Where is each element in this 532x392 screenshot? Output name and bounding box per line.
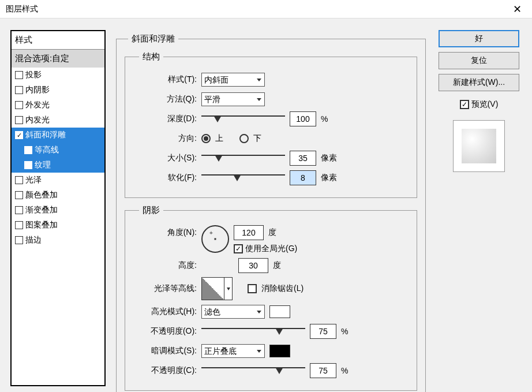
style-item-checkbox[interactable] (24, 161, 32, 169)
style-item-11[interactable]: 描边 (12, 233, 104, 248)
highlight-opacity-slider[interactable] (201, 328, 305, 339)
shadow-opacity-label: 不透明度(C): (133, 365, 197, 376)
highlight-color-swatch[interactable] (269, 305, 290, 318)
preview-checkbox[interactable] (460, 100, 469, 109)
style-item-5[interactable]: 等高线 (12, 143, 104, 158)
style-item-9[interactable]: 渐变叠加 (12, 203, 104, 218)
angle-label: 角度(N): (133, 225, 197, 238)
angle-dial[interactable]: + (201, 225, 229, 253)
style-item-label: 内发光 (25, 115, 50, 125)
shading-fieldset: 阴影 角度(N): + 度 使用全局光(G) (125, 205, 417, 391)
style-item-label: 外发光 (25, 100, 50, 110)
ok-button[interactable]: 好 (439, 30, 519, 47)
shadow-mode-select[interactable]: 正片叠底 (201, 344, 265, 358)
structure-fieldset: 结构 样式(T): 内斜面 方法(Q): 平滑 深度(D): % 方向: (125, 51, 417, 198)
styles-list: 样式 混合选项:自定 投影内阴影外发光内发光斜面和浮雕等高线纹理光泽颜色叠加渐变… (10, 30, 106, 386)
style-item-checkbox[interactable] (15, 86, 23, 94)
direction-down-radio[interactable] (239, 134, 249, 143)
style-item-checkbox[interactable] (15, 116, 23, 124)
structure-legend: 结构 (139, 51, 163, 62)
style-item-0[interactable]: 投影 (12, 68, 104, 83)
style-item-label: 投影 (25, 70, 42, 80)
right-panel: 好 复位 新建样式(W)... 预览(V) (436, 30, 522, 386)
global-light-label: 使用全局光(G) (245, 244, 297, 254)
shadow-opacity-input[interactable] (310, 363, 336, 378)
altitude-unit: 度 (273, 260, 281, 271)
close-icon[interactable]: ✕ (508, 3, 526, 16)
size-input[interactable] (290, 151, 316, 166)
angle-input[interactable] (234, 225, 264, 240)
antialias-label: 消除锯齿(L) (261, 283, 304, 294)
highlight-opacity-label: 不透明度(O): (133, 326, 197, 337)
direction-up-label: 上 (215, 133, 223, 144)
bevel-legend: 斜面和浮雕 (128, 33, 178, 44)
style-item-6[interactable]: 纹理 (12, 158, 104, 173)
style-select[interactable]: 内斜面 (201, 73, 265, 87)
style-item-label: 图案叠加 (25, 220, 58, 230)
style-item-checkbox[interactable] (15, 191, 23, 199)
soften-unit: 像素 (321, 173, 337, 183)
style-item-checkbox[interactable] (24, 146, 32, 154)
direction-up-radio[interactable] (201, 134, 211, 143)
preview-box (453, 120, 505, 172)
soften-input[interactable] (290, 170, 316, 185)
window-title: 图层样式 (6, 4, 38, 14)
depth-slider[interactable] (201, 115, 285, 127)
angle-unit: 度 (268, 227, 276, 238)
style-item-checkbox[interactable] (15, 221, 23, 229)
contour-dropdown-icon[interactable] (224, 277, 233, 300)
altitude-input[interactable] (238, 258, 268, 273)
style-item-label: 描边 (25, 235, 42, 245)
cancel-button[interactable]: 复位 (439, 52, 519, 69)
style-item-checkbox[interactable] (15, 206, 23, 214)
depth-input[interactable] (290, 111, 316, 126)
highlight-mode-label: 高光模式(H): (133, 307, 197, 317)
highlight-opacity-input[interactable] (310, 324, 336, 339)
preview-label: 预览(V) (471, 99, 499, 110)
style-item-checkbox[interactable] (15, 236, 23, 244)
style-item-label: 等高线 (35, 145, 59, 155)
style-item-7[interactable]: 光泽 (12, 173, 104, 188)
style-item-10[interactable]: 图案叠加 (12, 218, 104, 233)
shadow-opacity-unit: % (341, 366, 348, 375)
new-style-button[interactable]: 新建样式(W)... (439, 74, 519, 91)
style-item-label: 斜面和浮雕 (25, 130, 66, 140)
highlight-mode-select[interactable]: 滤色 (201, 305, 265, 319)
style-item-label: 内阴影 (25, 85, 50, 95)
soften-slider[interactable] (201, 174, 285, 186)
style-item-checkbox[interactable] (15, 176, 23, 184)
highlight-opacity-unit: % (341, 327, 348, 336)
size-unit: 像素 (321, 153, 337, 163)
styles-header[interactable]: 样式 (12, 31, 104, 50)
global-light-checkbox[interactable] (234, 244, 243, 253)
style-item-2[interactable]: 外发光 (12, 98, 104, 113)
style-item-label: 颜色叠加 (25, 190, 58, 200)
style-item-checkbox[interactable] (15, 131, 23, 139)
soften-label: 软化(F): (133, 173, 197, 183)
blend-options-header[interactable]: 混合选项:自定 (12, 50, 104, 68)
style-item-1[interactable]: 内阴影 (12, 83, 104, 98)
shadow-color-swatch[interactable] (269, 345, 290, 357)
altitude-label: 高度: (133, 260, 197, 271)
style-item-4[interactable]: 斜面和浮雕 (12, 128, 104, 143)
direction-label: 方向: (133, 133, 197, 144)
antialias-checkbox[interactable] (248, 284, 257, 293)
style-label: 样式(T): (133, 74, 197, 85)
direction-down-label: 下 (253, 133, 261, 144)
style-item-label: 渐变叠加 (25, 205, 58, 215)
shadow-mode-label: 暗调模式(S): (133, 346, 197, 356)
shadow-opacity-slider[interactable] (201, 367, 305, 379)
technique-select[interactable]: 平滑 (201, 92, 265, 106)
depth-label: 深度(D): (133, 114, 197, 124)
contour-picker[interactable] (201, 277, 224, 300)
size-slider[interactable] (201, 155, 285, 166)
size-label: 大小(S): (133, 153, 197, 163)
style-item-8[interactable]: 颜色叠加 (12, 188, 104, 203)
depth-unit: % (321, 114, 328, 124)
style-item-3[interactable]: 内发光 (12, 113, 104, 128)
dialog-content: 样式 混合选项:自定 投影内阴影外发光内发光斜面和浮雕等高线纹理光泽颜色叠加渐变… (0, 18, 532, 392)
style-item-checkbox[interactable] (15, 101, 23, 109)
style-item-checkbox[interactable] (15, 71, 23, 79)
technique-label: 方法(Q): (133, 94, 197, 104)
main-panel: 斜面和浮雕 结构 样式(T): 内斜面 方法(Q): 平滑 深度(D): % (116, 30, 426, 386)
